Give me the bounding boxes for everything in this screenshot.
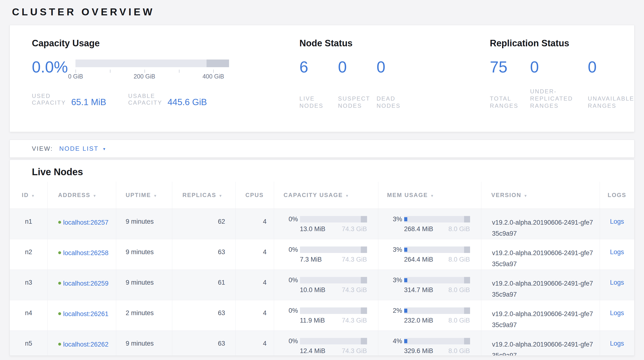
node-address-link[interactable]: localhost:26262 [63,339,109,350]
capacity-gauge-ticks [76,67,229,73]
cell-logs: Logs [600,300,634,330]
usage-used-value: 7.3 MiB [300,256,322,263]
usage-bar-fill [404,339,407,343]
metric-value: 6 [300,59,338,75]
cell-address: localhost:26257 [48,209,116,239]
address-wrap: localhost:26258 [58,247,116,258]
capacity-percent-value: 0.0% [32,59,68,80]
capacity-usage-title: Capacity Usage [32,38,300,49]
column-header-label: CAPACITY USAGE [284,192,343,198]
usage-values: 10.0 MiB74.3 GiB [300,286,367,294]
cell-version: v19.2.0-alpha.20190606-2491-gfe735c9a97 [481,300,600,330]
usage-used-value: 12.4 MiB [300,347,326,355]
column-header-label: MEM USAGE [387,192,428,198]
cell-capacity: 0%7.3 MiB74.3 GiB [274,239,378,270]
usage-used-value: 329.6 MiB [404,347,434,355]
node-address-link[interactable]: localhost:26257 [63,217,109,228]
node-row-n1: n1localhost:262579 minutes6240%13.0 MiB7… [10,209,634,239]
usage-bar-fill [404,248,407,252]
usage-percent: 4% [384,337,402,345]
column-header-cpus: CPUS [235,182,274,209]
column-header-label: LOGS [608,192,626,198]
replication-status-section: Replication Status 75TOTAL RANGES0UNDER-… [490,38,634,132]
node-live-status-dot [58,282,61,285]
node-logs-link[interactable]: Logs [610,218,624,225]
usage-values: 11.9 MiB74.3 GiB [300,317,367,324]
usage-bar: 3% [384,216,470,223]
column-header-label: ID [22,192,29,198]
usage-total-value: 8.0 GiB [448,256,470,263]
column-header-id[interactable]: ID▼ [10,182,48,209]
usage-values: 314.7 MiB8.0 GiB [404,286,470,294]
column-header-label: ADDRESS [58,192,90,198]
column-header-capacity[interactable]: CAPACITY USAGE▼ [274,182,378,209]
column-header-uptime[interactable]: UPTIME▼ [116,182,172,209]
cell-node-id: n5 [10,330,48,356]
node-logs-link[interactable]: Logs [610,309,624,316]
sort-arrow-icon: ▼ [430,194,434,198]
node-logs-link[interactable]: Logs [610,279,624,286]
metric-value: 0 [530,59,588,75]
address-wrap: localhost:26259 [58,278,116,289]
cell-replicas: 63 [172,330,235,356]
cell-mem: 3%268.4 MiB8.0 GiB [378,209,481,239]
usage-total-value: 8.0 GiB [448,225,470,233]
usage-bar-track [404,307,470,314]
usage-bar-track [404,247,470,253]
view-selected-value: NODE LIST [59,145,98,152]
replication-status-title: Replication Status [490,38,634,49]
usage-bar: 0% [280,307,367,314]
cell-replicas: 63 [172,239,235,270]
usage-bar-fill [404,278,407,282]
usage-percent: 3% [384,246,402,253]
usage-values: 232.0 MiB8.0 GiB [404,317,470,324]
node-address-link[interactable]: localhost:26261 [63,308,109,319]
chevron-down-icon: ▼ [102,147,106,151]
column-header-label: VERSION [492,192,522,198]
node-status-title: Node Status [300,38,490,49]
cell-cpus: 4 [235,239,274,270]
usage-bar-track [404,216,470,223]
capacity-gauge-axis-labels: 0 GiB200 GiB400 GiB [76,73,229,80]
usage-bar-other-segment [361,216,367,223]
metric-value: 0 [338,59,376,75]
usage-percent: 0% [280,337,298,345]
usage-used-value: 264.4 MiB [404,256,434,263]
cell-replicas: 63 [172,300,235,330]
summary-metric: 0UNDER- REPLICATED RANGES [530,59,588,109]
node-logs-link[interactable]: Logs [610,248,624,256]
sort-arrow-icon: ▼ [524,194,528,198]
usage-total-value: 8.0 GiB [448,317,470,324]
metric-label: DEAD NODES [376,87,400,109]
cell-version: v19.2.0-alpha.20190606-2491-gfe735c9a97 [481,330,600,356]
live-nodes-title: Live Nodes [32,166,634,177]
usage-bar-track [404,277,470,283]
cell-logs: Logs [600,270,634,300]
node-address-link[interactable]: localhost:26259 [63,278,109,289]
cluster-summary-card: Capacity Usage 0.0% 0 GiB200 GiB400 GiB … [10,25,634,132]
usage-percent: 2% [384,307,402,314]
metric-label: UNAVAILABLE RANGES [588,87,634,109]
usage-total-value: 74.3 GiB [342,286,367,294]
capacity-gauge: 0.0% 0 GiB200 GiB400 GiB [32,59,300,80]
column-header-mem[interactable]: MEM USAGE▼ [378,182,481,209]
cell-capacity: 0%12.4 MiB74.3 GiB [274,330,378,356]
usage-used-value: 13.0 MiB [300,225,326,233]
column-header-label: REPLICAS [182,192,216,198]
metric-label: TOTAL RANGES [490,87,530,109]
column-header-replicas[interactable]: REPLICAS▼ [172,182,235,209]
metric-value: 0 [588,59,634,75]
usage-bar-other-segment [464,216,470,223]
column-header-address[interactable]: ADDRESS▼ [48,182,116,209]
column-header-version[interactable]: VERSION▼ [481,182,600,209]
usage-total-value: 74.3 GiB [342,347,367,355]
cell-uptime: 9 minutes [116,239,172,270]
view-selector[interactable]: NODE LIST ▼ [59,145,106,152]
node-address-link[interactable]: localhost:26258 [63,247,109,258]
used-capacity-value: 65.1 MiB [71,98,106,106]
usage-bar-track [300,338,367,344]
usage-values: 13.0 MiB74.3 GiB [300,225,367,233]
sort-arrow-icon: ▼ [93,194,97,198]
node-logs-link[interactable]: Logs [610,340,624,347]
summary-metric: 75TOTAL RANGES [490,59,530,109]
